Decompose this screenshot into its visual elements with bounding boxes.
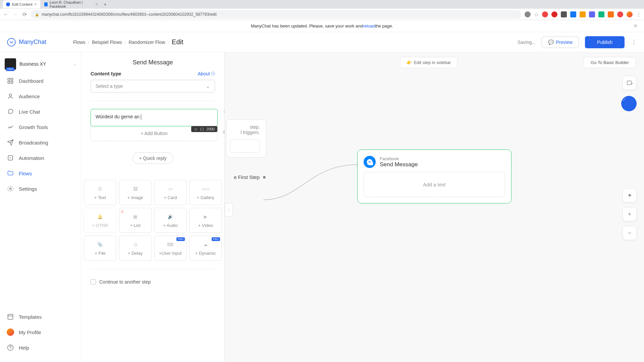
account-name: Business XY — [19, 61, 70, 67]
lock-icon: 🔒 — [35, 13, 39, 16]
block-gallery[interactable]: ▭▭+ Gallery — [189, 180, 222, 205]
content-type-select[interactable]: Select a type ⌄ — [91, 80, 215, 93]
notif-text-pre: ManyChat has been updated. Please, save … — [251, 23, 363, 28]
duplicate-icon[interactable]: ⧉ — [223, 129, 225, 135]
breadcrumb-item[interactable]: Randomizer Flow — [128, 40, 165, 45]
ext-icon[interactable] — [551, 11, 557, 17]
sidebar-item-settings[interactable]: Settings — [0, 181, 81, 196]
notif-text-post: the page. — [375, 23, 393, 28]
forward-button[interactable]: → — [12, 11, 18, 17]
block-card[interactable]: ▭+ Card — [154, 180, 187, 205]
placeholder-text: Add a text — [423, 182, 446, 187]
reload-link[interactable]: reload — [363, 23, 375, 28]
pointer-icon: 👉 — [407, 60, 412, 65]
sidebar-item-flows[interactable]: Flows — [0, 166, 81, 181]
block-image[interactable]: 🖼+ Image — [119, 180, 152, 205]
about-link[interactable]: About ⓘ — [198, 71, 215, 76]
new-tab-button[interactable]: + — [102, 2, 109, 7]
sidebar-item-broadcasting[interactable]: Broadcasting — [0, 135, 81, 150]
nav-label: My Profile — [19, 329, 41, 335]
preview-label: Preview — [556, 40, 573, 45]
ext-icon[interactable] — [561, 11, 567, 17]
sidebar: PRO Business XY ⌄ Dashboard Audience Liv… — [0, 52, 81, 362]
magic-button[interactable]: ✦ — [623, 188, 637, 202]
close-icon[interactable]: × — [96, 2, 98, 7]
sidebar-item-growth[interactable]: Growth Tools — [0, 119, 81, 135]
block-file[interactable]: 📎+ File — [84, 236, 116, 261]
send-icon — [7, 139, 14, 146]
card-icon: ▭ — [166, 185, 175, 192]
continue-row[interactable]: Continue to another step — [81, 279, 224, 291]
pro-badge: PRO — [176, 237, 185, 241]
clock-icon: ◷ — [130, 241, 140, 248]
back-button[interactable]: ← — [3, 11, 9, 17]
reload-button[interactable]: ⟳ — [21, 11, 28, 17]
block-list[interactable]: ⚠▦+ List — [119, 208, 152, 233]
star-icon[interactable]: ☆ — [534, 11, 539, 18]
sidebar-item-dashboard[interactable]: Dashboard — [0, 73, 81, 88]
ext-icon[interactable] — [542, 11, 548, 17]
variable-icon[interactable]: { } — [200, 127, 204, 131]
resize-icon[interactable]: ⇕ — [223, 119, 225, 125]
continue-checkbox[interactable] — [91, 279, 96, 285]
send-message-node[interactable]: Facebook Send Message Add a text — [357, 149, 512, 203]
address-bar[interactable]: 🔒 manychat.com/fb181039944324083309/cms/… — [31, 10, 521, 19]
ext-icon[interactable] — [580, 11, 586, 17]
panel-collapse-button[interactable]: ‹ — [225, 203, 233, 217]
start-node-partial[interactable]: step. l triggers. e First Step — [226, 119, 266, 180]
menu-icon[interactable]: ⋮ — [636, 11, 641, 18]
svg-point-7 — [10, 188, 11, 190]
close-icon[interactable]: × — [634, 22, 637, 29]
emoji-icon[interactable]: ☺ — [194, 127, 198, 131]
quick-reply-button[interactable]: + Quick reply — [132, 153, 173, 164]
block-userinput[interactable]: PRO⌨+User Input — [154, 236, 187, 261]
node-text-placeholder[interactable]: Add a text — [364, 172, 505, 197]
block-otnr[interactable]: 🔔+ OTNR — [84, 208, 116, 233]
message-text-input[interactable]: Würdest du gerne an — [91, 109, 217, 126]
block-dynamic[interactable]: PRO☁+ Dynamic — [189, 236, 222, 261]
sidebar-item-templates[interactable]: Templates — [0, 309, 81, 324]
text-message-block[interactable]: Würdest du gerne an ☺ { } 2000 — [91, 109, 218, 126]
browser-tab-inactive[interactable]: Leon R. Chaudhari | Facebook × — [41, 0, 101, 8]
account-switcher[interactable]: PRO Business XY ⌄ — [0, 55, 81, 73]
ext-icon[interactable] — [598, 11, 604, 17]
add-node-button[interactable] — [623, 76, 637, 90]
sidebar-item-profile[interactable]: My Profile — [0, 324, 81, 340]
more-button[interactable]: ⋮ — [631, 39, 637, 46]
connector-line — [262, 163, 362, 203]
zoom-in-button[interactable]: + — [623, 207, 637, 221]
bell-icon: 🔔 — [95, 213, 105, 220]
sidebar-item-audience[interactable]: Audience — [0, 88, 81, 104]
block-video[interactable]: ▶+ Video — [189, 208, 222, 233]
ext-icon[interactable] — [525, 11, 531, 17]
block-text[interactable]: ☰+ Text — [84, 180, 116, 205]
svg-rect-11 — [627, 81, 632, 85]
block-delay[interactable]: ◷+ Delay — [119, 236, 152, 261]
go-basic-button[interactable]: Go To Basic Builder — [584, 57, 636, 68]
edit-sidebar-hint[interactable]: 👉 Edit step in sidebar — [400, 57, 458, 68]
chevron-right-icon: › — [125, 40, 126, 44]
breadcrumb-item[interactable]: Beispiel Flows — [92, 40, 122, 45]
ext-icon[interactable] — [589, 11, 595, 17]
delete-icon[interactable]: × — [223, 109, 225, 115]
node-output-port[interactable] — [262, 175, 266, 179]
chevron-right-icon: › — [88, 40, 90, 44]
brand-logo[interactable]: ManyChat — [7, 38, 46, 47]
notification-bar: ManyChat has been updated. Please, save … — [0, 20, 644, 32]
breadcrumb-item[interactable]: Flows — [73, 40, 86, 45]
browser-tab-active[interactable]: Edit Content × — [3, 0, 40, 8]
ext-icon[interactable] — [570, 11, 576, 17]
sidebar-item-automation[interactable]: Automation — [0, 150, 81, 166]
close-icon[interactable]: × — [35, 2, 37, 7]
publish-button[interactable]: Publish — [585, 36, 625, 48]
preview-button[interactable]: 💬 Preview — [542, 37, 579, 48]
ext-icon[interactable] — [617, 11, 623, 17]
ext-icon[interactable] — [608, 11, 614, 17]
avatar-icon[interactable] — [627, 11, 633, 17]
block-audio[interactable]: 🔊+ Audio — [154, 208, 187, 233]
canvas[interactable]: 👉 Edit step in sidebar Go To Basic Build… — [225, 52, 644, 362]
sidebar-item-help[interactable]: Help — [0, 340, 81, 355]
sidebar-item-livechat[interactable]: Live Chat — [0, 104, 81, 119]
zoom-out-button[interactable]: − — [623, 226, 637, 240]
favorite-button[interactable]: ♡ — [621, 96, 637, 111]
